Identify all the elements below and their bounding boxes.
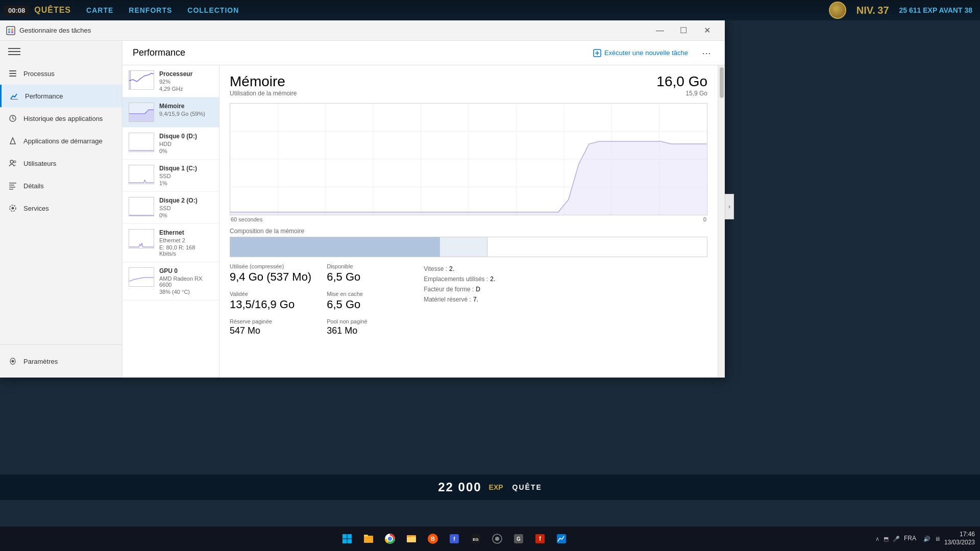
settings-item[interactable]: Paramètres	[8, 350, 114, 372]
files-icon	[406, 533, 417, 544]
meta-vitesse-val: 2.	[449, 265, 454, 272]
taskmanager-button[interactable]	[552, 530, 571, 548]
stat-utilisee-value: 9,4 Go (537 Mo)	[230, 270, 311, 284]
sidebar-header	[0, 41, 122, 62]
more-button[interactable]: ⋯	[698, 45, 715, 61]
meta-materiel: Matériel réservé : 7.	[424, 296, 495, 303]
fapp-button[interactable]: f	[531, 530, 549, 548]
game-avatar	[829, 2, 846, 19]
main-title: Performance	[133, 47, 589, 58]
perf-detail-header: Mémoire Utilisation de la mémoire 16,0 G…	[230, 73, 707, 101]
game-timer: 00:08	[4, 6, 29, 15]
game2-button[interactable]: G	[509, 530, 528, 548]
gaming-button[interactable]	[488, 530, 506, 548]
memoire-sub1: 9,4/15,9 Go (59%)	[159, 111, 213, 117]
perf-item-memoire[interactable]: Mémoire 9,4/15,9 Go (59%)	[122, 97, 219, 128]
sidebar-footer[interactable]: Paramètres	[0, 344, 122, 378]
sidebar-item-services[interactable]: Services	[0, 197, 122, 219]
perf-item-disque0[interactable]: Disque 0 (D:) HDD 0%	[122, 128, 219, 160]
sidebar-item-utilisateurs[interactable]: Utilisateurs	[0, 152, 122, 174]
gpu0-name: GPU 0	[159, 267, 213, 274]
svg-rect-1	[8, 29, 10, 31]
perf-item-disque2[interactable]: Disque 2 (O:) SSD 0%	[122, 192, 219, 224]
clock-time: 17:46	[944, 531, 975, 539]
taskbar-lang: FRA	[904, 535, 916, 542]
explorer-button[interactable]	[359, 530, 378, 548]
svg-point-12	[14, 161, 16, 163]
gpu0-sub1: AMD Radeon RX 6600	[159, 276, 213, 288]
svg-text:EG: EG	[473, 537, 479, 542]
gpu0-info: GPU 0 AMD Radeon RX 6600 38% (40 °C)	[159, 267, 213, 295]
social-button[interactable]: f	[445, 530, 463, 548]
close-button[interactable]: ✕	[695, 20, 719, 41]
sidebar-item-performance[interactable]: Performance	[0, 85, 122, 107]
disque2-sub2: 0%	[159, 212, 213, 218]
stat-cached-label: Mise en cache	[327, 291, 398, 297]
svg-rect-53	[407, 537, 416, 542]
files-button[interactable]	[402, 530, 421, 548]
detail-scrollbar[interactable]	[718, 65, 725, 378]
tray-mic: 🎤	[893, 536, 900, 542]
meta-materiel-key: Matériel réservé :	[424, 296, 471, 303]
tray-expand[interactable]: ∧	[875, 536, 879, 542]
brave-button[interactable]: B	[424, 530, 442, 548]
svg-rect-14	[9, 185, 14, 186]
clock-date: 13/03/2023	[944, 539, 975, 547]
maximize-button[interactable]: ☐	[672, 20, 695, 41]
sidebar-item-historique[interactable]: Historique des applications	[0, 107, 122, 130]
svg-rect-30	[129, 268, 154, 286]
gpu0-sparkline	[129, 267, 154, 287]
perf-detail-size: 16,0 Go	[656, 73, 707, 90]
sidebar-label-demarrage: Applications de démarrage	[23, 137, 103, 145]
stat-validee-value: 13,5/16,9 Go	[230, 298, 311, 311]
disque1-info: Disque 1 (C:) SSD 1%	[159, 165, 213, 186]
disque1-sub2: 1%	[159, 180, 213, 186]
svg-rect-27	[129, 165, 154, 184]
game-nav-carte[interactable]: CARTE	[86, 6, 113, 14]
processeur-info: Processeur 92% 4,29 GHz	[159, 70, 213, 92]
meta-emplacements: Emplacements utilisés : 2.	[424, 276, 495, 283]
chart-time-label: 60 secondes	[231, 216, 262, 222]
minimize-button[interactable]: —	[648, 20, 672, 41]
perf-item-gpu0[interactable]: GPU 0 AMD Radeon RX 6600 38% (40 °C)	[122, 262, 219, 300]
stat-pool-label: Pool non paginé	[327, 318, 398, 324]
meta-facteur: Facteur de forme : D	[424, 286, 495, 293]
perf-item-disque1[interactable]: Disque 1 (C:) SSD 1%	[122, 160, 219, 192]
game-level-number: 37	[877, 5, 889, 16]
disque0-sub1: HDD	[159, 141, 213, 147]
processeur-name: Processeur	[159, 70, 213, 78]
game-brand: QUÊTES	[34, 6, 71, 15]
game-nav-collection[interactable]: COLLECTION	[187, 6, 239, 14]
perf-detail-name: Mémoire	[230, 73, 297, 90]
stat-cached: Mise en cache 6,5 Go	[327, 291, 398, 311]
tray-volume: 🔊	[923, 536, 930, 542]
meta-materiel-val: 7.	[473, 296, 478, 303]
explorer-icon	[363, 533, 374, 544]
svg-rect-8	[11, 99, 18, 99]
game-nav-renforts[interactable]: RENFORTS	[129, 6, 172, 14]
game-top-bar: 00:08 QUÊTES CARTE RENFORTS COLLECTION N…	[0, 0, 980, 20]
sidebar-item-details[interactable]: Détails	[0, 174, 122, 197]
epic-button[interactable]: EG	[467, 530, 485, 548]
stats-col-left: Utilisée (compressée) 9,4 Go (537 Mo) Va…	[230, 263, 311, 336]
sidebar-item-processus[interactable]: Processus	[0, 62, 122, 85]
sidebar-item-demarrage[interactable]: Applications de démarrage	[0, 130, 122, 152]
memoire-info: Mémoire 9,4/15,9 Go (59%)	[159, 103, 213, 117]
stats-col-right: Disponible 6,5 Go Mise en cache 6,5 Go P…	[327, 263, 398, 336]
perf-item-processeur[interactable]: Processeur 92% 4,29 GHz	[122, 65, 219, 97]
svg-rect-26	[129, 133, 154, 152]
svg-rect-5	[9, 70, 16, 71]
main-content: Performance Exécuter une nouvelle tâche …	[122, 41, 725, 378]
start-button[interactable]	[338, 530, 356, 548]
memory-chart	[230, 103, 707, 215]
chrome-button[interactable]	[381, 530, 399, 548]
expand-arrow-button[interactable]: ›	[725, 194, 734, 219]
new-task-button[interactable]: Exécuter une nouvelle tâche	[589, 47, 692, 59]
gear-icon	[8, 357, 17, 366]
perf-item-ethernet[interactable]: Ethernet Ethernet 2 E: 80,0 R: 168 Kbits…	[122, 224, 219, 262]
bottom-quest-tag: QUÊTE	[512, 483, 542, 491]
sidebar-label-utilisateurs: Utilisateurs	[23, 160, 56, 167]
hamburger-menu[interactable]	[8, 45, 20, 58]
perf-stats-area: Utilisée (compressée) 9,4 Go (537 Mo) Va…	[230, 263, 707, 336]
fapp-icon: f	[534, 533, 546, 544]
